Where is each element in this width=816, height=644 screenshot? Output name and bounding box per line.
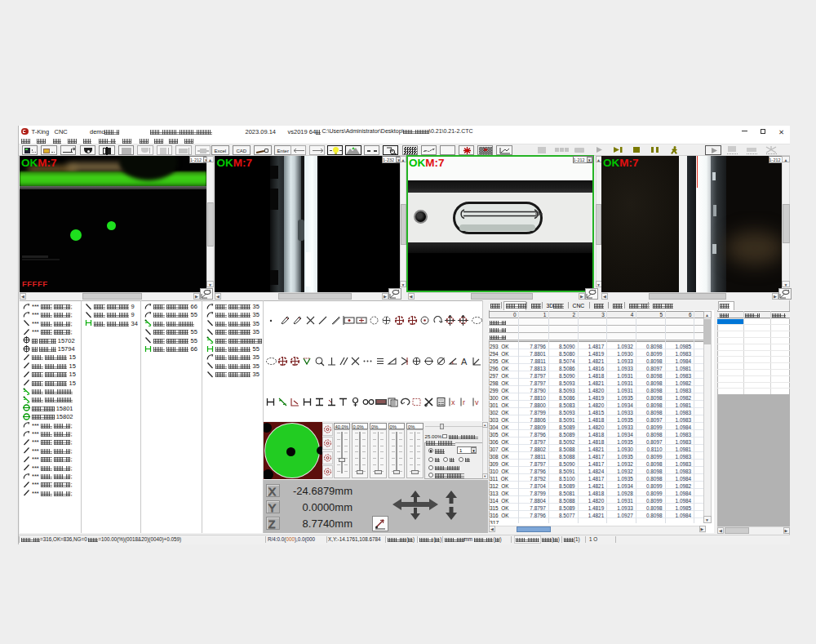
svg-text:Y: Y	[268, 502, 276, 514]
svg-text:X: X	[268, 486, 276, 498]
svg-text:Z: Z	[268, 518, 275, 531]
svg-text:r: r	[463, 398, 465, 406]
svg-text:A: A	[461, 357, 468, 366]
svg-text:x: x	[451, 398, 455, 406]
svg-text:v: v	[475, 398, 479, 406]
